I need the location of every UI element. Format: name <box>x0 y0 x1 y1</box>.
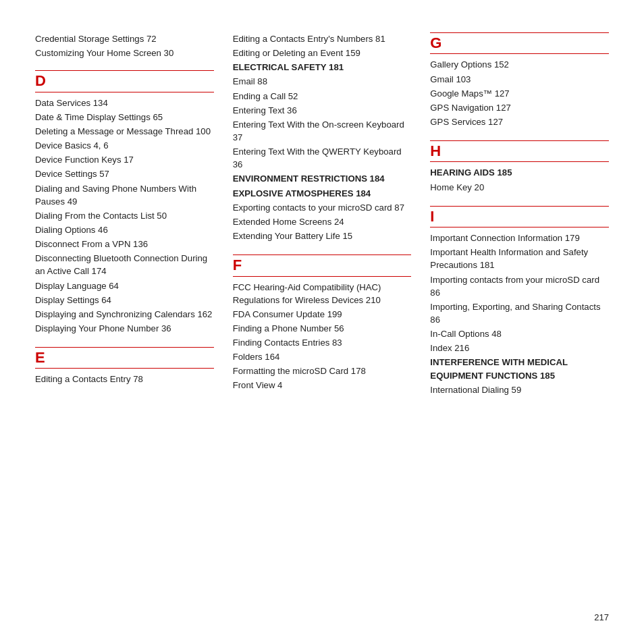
index-entry: EXPLOSIVE ATMOSPHERES 184 <box>233 187 412 200</box>
index-entry: Extended Home Screens 24 <box>233 215 412 228</box>
index-entry: GPS Navigation 127 <box>430 101 609 114</box>
index-entry: INTERFERENCE WITH MEDICAL EQUIPMENT FUNC… <box>430 356 609 381</box>
section-letter-I: I <box>430 208 609 225</box>
column-3: GGallery Options 152Gmail 103Google Maps… <box>430 32 609 612</box>
index-entry: Editing a Contacts Entry 78 <box>35 373 214 385</box>
index-entry: FDA Consumer Update 199 <box>233 308 412 321</box>
index-entry: Entering Text With the On-screen Keyboar… <box>233 118 412 144</box>
index-entry: In-Call Options 48 <box>430 327 609 340</box>
index-entry: Front View 4 <box>233 379 412 392</box>
index-entry: HEARING AIDS 185 <box>430 166 609 179</box>
index-entry: International Dialing 59 <box>430 383 609 396</box>
index-entry: Data Services 134 <box>35 97 214 109</box>
section-rule-top <box>35 347 214 348</box>
index-entry: Device Settings 57 <box>35 167 214 180</box>
index-entry: Folders 164 <box>233 350 412 363</box>
index-entry: Importing, Exporting, and Sharing Contac… <box>430 300 609 326</box>
index-entry: Editing a Contacts Entry's Numbers 81 <box>233 32 412 45</box>
index-entry: Date & Time Display Settings 65 <box>35 111 214 124</box>
section-rule-top <box>35 70 214 71</box>
section-rule-top <box>430 32 609 33</box>
index-entry: Importing contacts from your microSD car… <box>430 273 609 299</box>
index-entry: Important Health Information and Safety … <box>430 246 609 271</box>
index-entry: FCC Hearing-Aid Compatibility (HAC) Regu… <box>233 281 412 306</box>
entry: Customizing Your Home Screen 30 <box>35 47 214 59</box>
index-entry: Gmail 103 <box>430 73 609 86</box>
index-entry: Exporting contacts to your microSD card … <box>233 201 412 214</box>
section-letter-D: D <box>35 72 214 90</box>
index-entry: Google Maps™ 127 <box>430 87 609 100</box>
index-entry: ENVIRONMENT RESTRICTIONS 184 <box>233 172 412 185</box>
entry: Credential Storage Settings 72 <box>35 32 214 45</box>
index-entry: Email 88 <box>233 75 412 88</box>
page: Credential Storage Settings 72Customizin… <box>0 0 644 644</box>
column-2: Editing a Contacts Entry's Numbers 81Edi… <box>233 32 431 612</box>
section-rule-bottom <box>430 53 609 54</box>
pre-section: Credential Storage Settings 72Customizin… <box>35 32 214 59</box>
section-letter-E: E <box>35 349 214 367</box>
section-letter-G: G <box>430 34 609 52</box>
section-rule-top <box>430 206 609 207</box>
index-entry: Displaying and Synchronizing Calendars 1… <box>35 308 214 321</box>
index-entry: Device Function Keys 17 <box>35 153 214 166</box>
index-entry: Entering Text With the QWERTY Keyboard 3… <box>233 145 412 171</box>
section-E: EEditing a Contacts Entry 78 <box>35 347 214 386</box>
columns: Credential Storage Settings 72Customizin… <box>35 32 609 612</box>
index-entry: Dialing Options 46 <box>35 223 214 236</box>
index-entry: Dialing From the Contacts List 50 <box>35 209 214 222</box>
section-letter-H: H <box>430 142 609 160</box>
section-rule-top <box>430 140 609 141</box>
index-entry: Important Connection Information 179 <box>430 232 609 244</box>
page-number: 217 <box>594 612 609 622</box>
section-G: GGallery Options 152Gmail 103Google Maps… <box>430 32 609 128</box>
index-entry: Display Language 64 <box>35 279 214 292</box>
index-entry: GPS Services 127 <box>430 115 609 128</box>
index-entry: Displaying Your Phone Number 36 <box>35 322 214 335</box>
index-entry: Finding Contacts Entries 83 <box>233 336 412 349</box>
section-I: IImportant Connection Information 179Imp… <box>430 206 609 396</box>
column-1: Credential Storage Settings 72Customizin… <box>35 32 233 612</box>
section-D: DData Services 134Date & Time Display Se… <box>35 70 214 335</box>
section-rule-bottom <box>35 92 214 92</box>
index-entry: ELECTRICAL SAFETY 181 <box>233 61 412 74</box>
index-entry: Display Settings 64 <box>35 294 214 306</box>
index-entry: Gallery Options 152 <box>430 58 609 71</box>
index-entry: Finding a Phone Number 56 <box>233 322 412 335</box>
index-entry: Ending a Call 52 <box>233 90 412 103</box>
index-entry: Disconnect From a VPN 136 <box>35 238 214 250</box>
index-entry: Home Key 20 <box>430 181 609 194</box>
section-H: HHEARING AIDS 185Home Key 20 <box>430 140 609 194</box>
index-entry: Editing or Deleting an Event 159 <box>233 47 412 59</box>
section-rule-bottom <box>233 276 412 277</box>
index-entry: Deleting a Message or Message Thread 100 <box>35 125 214 138</box>
index-entry: Extending Your Battery Life 15 <box>233 230 412 242</box>
index-entry: Device Basics 4, 6 <box>35 139 214 152</box>
index-entry: Disconnecting Bluetooth Connection Durin… <box>35 252 214 277</box>
index-entry: Dialing and Saving Phone Numbers With Pa… <box>35 182 214 208</box>
section-rule-bottom <box>35 368 214 369</box>
index-entry: Entering Text 36 <box>233 104 412 117</box>
section-continuation: Editing a Contacts Entry's Numbers 81Edi… <box>233 32 412 242</box>
section-F: FFCC Hearing-Aid Compatibility (HAC) Reg… <box>233 254 412 392</box>
section-rule-bottom <box>430 227 609 227</box>
index-entry: Index 216 <box>430 342 609 354</box>
section-rule-bottom <box>430 161 609 162</box>
index-entry: Formatting the microSD Card 178 <box>233 365 412 377</box>
section-letter-F: F <box>233 257 412 274</box>
section-rule-top <box>233 254 412 255</box>
